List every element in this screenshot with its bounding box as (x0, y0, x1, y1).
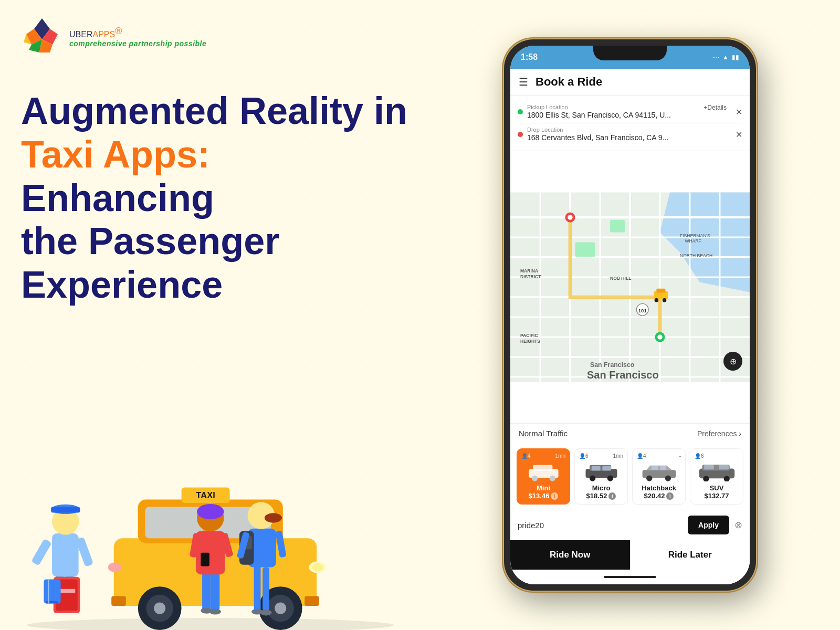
headline-line3: Enhancing (21, 176, 410, 220)
micro-persons-icon: 👤6 (579, 453, 589, 459)
svg-text:WHARF: WHARF (685, 238, 701, 244)
svg-text:FISHERMAN'S: FISHERMAN'S (680, 233, 710, 238)
status-icons: ···· ▲ ▮▮ (712, 54, 739, 61)
svg-point-113 (646, 476, 652, 481)
mini-info-icon[interactable]: i (551, 492, 558, 500)
svg-rect-98 (656, 289, 665, 293)
logo-registered: ® (115, 26, 122, 36)
svg-point-54 (260, 610, 272, 615)
svg-rect-42 (211, 572, 220, 611)
pickup-row[interactable]: Pickup Location 1800 Ellis St, San Franc… (518, 101, 742, 123)
hatchback-price: $20.42 i (637, 492, 681, 500)
svg-rect-48 (201, 553, 209, 566)
svg-rect-110 (602, 466, 611, 470)
logo-apps: APPS (92, 30, 115, 39)
svg-rect-115 (651, 466, 658, 470)
mini-persons-icon: 👤4 (521, 453, 531, 459)
headline-line5: Experience (21, 263, 410, 307)
phone-inner: 1:58 ···· ▲ ▮▮ ☰ Book a Ride Pickup Loca (510, 46, 750, 584)
svg-rect-37 (46, 601, 58, 604)
logo-text: UBERAPPS® comprehensive partnership poss… (69, 26, 206, 48)
hatchback-info-icon[interactable]: i (666, 492, 674, 500)
headline-line4: the Passenger (21, 219, 410, 263)
bottom-buttons: Ride Now Ride Later (510, 540, 750, 570)
signal-icon: ···· (712, 54, 719, 61)
drop-row[interactable]: Drop Location 168 Cervantes Blvd, San Fr… (518, 123, 742, 145)
suv-name: SUV (695, 484, 739, 492)
logo-uber: UBER (69, 30, 92, 39)
suv-persons-icon: 👤6 (695, 453, 704, 459)
mini-time: 1mn (555, 453, 565, 459)
ride-card-micro[interactable]: 👤6 1mn Micro (574, 448, 628, 505)
svg-point-100 (663, 298, 667, 302)
promo-input[interactable] (518, 521, 682, 530)
apply-button[interactable]: Apply (688, 516, 729, 534)
pickup-close-icon[interactable]: ✕ (736, 107, 742, 117)
ride-card-hatchback[interactable]: 👤4 - Hatchback (632, 448, 686, 505)
headline: Augmented Reality in Taxi Apps: Enhancin… (21, 89, 410, 307)
svg-rect-52 (262, 567, 269, 611)
svg-rect-36 (44, 579, 60, 603)
svg-point-104 (549, 476, 555, 481)
traffic-bar: Normal Traffic Preferences › (510, 423, 750, 443)
ride-card-mini[interactable]: 👤4 1mn Mini $13.46 i (517, 448, 570, 505)
svg-rect-81 (610, 220, 625, 233)
svg-rect-122 (719, 465, 729, 469)
promo-close-icon[interactable]: ⊗ (734, 519, 742, 531)
svg-text:TAXI: TAXI (196, 490, 215, 500)
hatchback-time: - (679, 453, 681, 459)
svg-rect-51 (254, 565, 261, 611)
left-section: UBERAPPS® comprehensive partnership poss… (0, 0, 430, 630)
ride-now-button[interactable]: Ride Now (510, 540, 630, 570)
details-button[interactable]: +Details (704, 104, 727, 111)
compass-icon[interactable]: ⊕ (723, 352, 742, 371)
micro-info-icon[interactable]: i (608, 492, 616, 500)
preferences-button[interactable]: Preferences › (697, 429, 741, 438)
svg-text:MARINA: MARINA (520, 268, 538, 274)
drop-label: Drop Location (527, 127, 731, 133)
location-inputs: Pickup Location 1800 Ellis St, San Franc… (510, 96, 750, 151)
preferences-label: Preferences (697, 429, 737, 438)
ride-later-button[interactable]: Ride Later (630, 540, 750, 570)
suv-price: $132.77 (695, 492, 739, 500)
status-time: 1:58 (521, 52, 538, 62)
micro-price: $18.52 i (579, 492, 623, 500)
svg-point-47 (197, 504, 224, 519)
app-title: Book a Ride (536, 75, 602, 89)
battery-icon: ▮▮ (732, 54, 739, 61)
hatchback-name: Hatchback (637, 484, 681, 492)
svg-point-114 (665, 476, 670, 481)
promo-area: Apply ⊗ (510, 510, 750, 540)
svg-text:101: 101 (638, 308, 647, 313)
drop-value: 168 Cervantes Blvd, San Francisco, CA 9.… (527, 133, 668, 142)
micro-time: 1mn (613, 453, 623, 459)
drop-text: Drop Location 168 Cervantes Blvd, San Fr… (527, 127, 731, 142)
svg-rect-80 (575, 243, 595, 258)
svg-rect-109 (591, 466, 600, 470)
svg-rect-41 (202, 572, 211, 611)
svg-rect-24 (304, 596, 319, 606)
suv-car-img (695, 461, 739, 482)
pickup-dot (518, 109, 523, 114)
hamburger-icon[interactable]: ☰ (519, 76, 528, 88)
ride-card-suv[interactable]: 👤6 SUV $132.77 (690, 448, 743, 505)
svg-rect-116 (660, 466, 666, 470)
hatchback-persons-icon: 👤4 (637, 453, 646, 459)
traffic-text: Normal Traffic (519, 429, 568, 438)
svg-rect-27 (52, 533, 79, 577)
home-indicator (604, 576, 656, 578)
drop-close-icon[interactable]: ✕ (736, 130, 742, 140)
svg-text:HEIGHTS: HEIGHTS (520, 339, 540, 344)
svg-rect-30 (51, 507, 80, 512)
wifi-icon: ▲ (722, 54, 729, 61)
svg-text:San Francisco: San Francisco (590, 361, 635, 369)
status-bar: 1:58 ···· ▲ ▮▮ (510, 46, 750, 69)
drop-dot (518, 132, 523, 137)
svg-point-103 (532, 476, 538, 481)
svg-text:PACIFIC: PACIFIC (520, 333, 538, 338)
san-francisco-label: San Francisco (587, 369, 659, 381)
svg-point-107 (590, 476, 595, 481)
svg-point-99 (655, 298, 659, 302)
svg-rect-102 (532, 465, 552, 471)
mini-price: $13.46 i (521, 492, 565, 500)
